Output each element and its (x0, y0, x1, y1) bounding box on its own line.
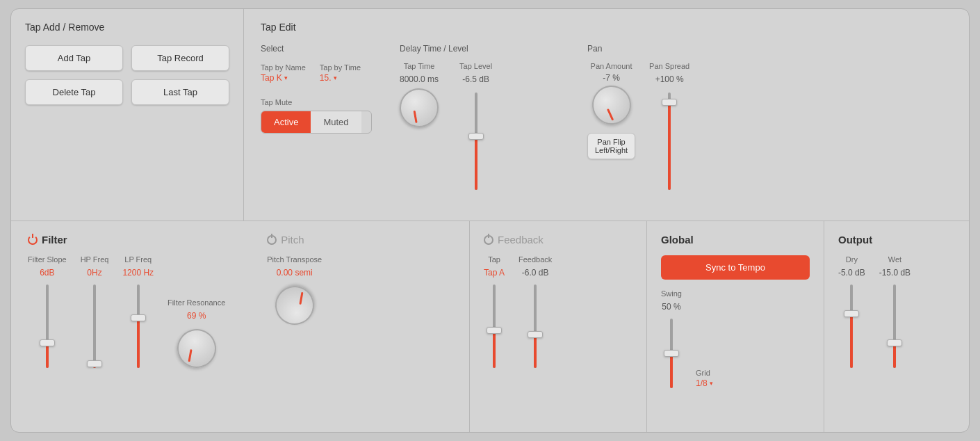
muted-toggle-button[interactable]: Muted (311, 111, 361, 133)
pan-spread-slider-thumb[interactable] (662, 99, 677, 106)
filter-resonance-knob[interactable] (170, 322, 222, 375)
feedback-panel: Feedback Tap Tap A Feedback -6.0 dB (470, 221, 647, 432)
delete-tap-button[interactable]: Delete Tap (25, 79, 123, 105)
wet-control: Wet -15.0 dB (879, 255, 910, 368)
swing-label: Swing (661, 289, 682, 298)
select-label: Select (261, 44, 372, 54)
tap-by-time-field: Tap by Time 15. ▾ (320, 63, 361, 83)
pitch-transpose-value: 0.00 semi (277, 268, 313, 278)
wet-track[interactable] (893, 284, 896, 368)
tap-level-slider-thumb[interactable] (468, 133, 484, 140)
active-toggle-button[interactable]: Active (261, 111, 311, 133)
pitch-title: Pitch (281, 234, 304, 246)
tap-by-time-value[interactable]: 15. ▾ (320, 73, 361, 83)
pan-amount-knob[interactable] (590, 84, 632, 127)
lp-freq-thumb[interactable] (131, 314, 146, 321)
tap-add-remove-panel: Tap Add / Remove Add Tap Tap Record Dele… (11, 9, 244, 220)
swing-value: 50 % (662, 302, 680, 312)
filter-slope-value: 6dB (40, 268, 54, 278)
pitch-transpose-label: Pitch Transpose (267, 255, 322, 264)
last-tap-button[interactable]: Last Tap (131, 79, 229, 105)
delay-time-level-label: Delay Time / Level (400, 44, 560, 54)
hp-freq-label: HP Freq (81, 255, 109, 264)
hp-freq-thumb[interactable] (87, 360, 102, 367)
filter-slope-track[interactable] (46, 284, 49, 368)
output-controls: Dry -5.0 dB Wet -15.0 dB (838, 255, 955, 368)
tap-by-time-arrow: ▾ (334, 74, 337, 81)
tap-mute-toggle: Active Muted (261, 111, 372, 134)
tap-record-button[interactable]: Tap Record (131, 45, 229, 71)
filter-pitch-panel: Filter Filter Slope 6dB HP Freq (11, 221, 470, 432)
tap-by-time-label: Tap by Time (320, 63, 361, 72)
tap-time-knob[interactable] (397, 86, 442, 131)
dry-track[interactable] (850, 284, 853, 368)
tap-by-name-arrow: ▾ (284, 74, 288, 81)
pan-spread-label: Pan Spread (649, 62, 689, 70)
feedback-tap-track[interactable] (493, 284, 496, 368)
pan-spread-value: +100 % (655, 74, 684, 84)
pan-amount-value: -7 % (603, 73, 620, 83)
global-panel: Global Sync to Tempo Swing 50 % Grid (647, 221, 824, 432)
lp-freq-label: LP Freq (124, 255, 152, 264)
grid-label: Grid (696, 369, 713, 377)
wet-label: Wet (888, 255, 901, 264)
dry-thumb[interactable] (844, 310, 859, 317)
tap-edit-content: Select Tap by Name Tap K ▾ Tap by Time (261, 44, 952, 190)
swing-thumb[interactable] (664, 350, 679, 357)
filter-power-icon[interactable] (28, 235, 38, 245)
tap-by-name-value[interactable]: Tap K ▾ (261, 73, 306, 83)
output-title: Output (838, 234, 955, 246)
filter-resonance-label: Filter Resonance (168, 298, 225, 307)
tap-level-control: Tap Level -6.5 dB (459, 62, 492, 190)
feedback-tap-thumb[interactable] (487, 327, 502, 334)
filter-slope-label: Filter Slope (28, 255, 67, 264)
swing-control: Swing 50 % (661, 289, 682, 388)
hp-freq-track[interactable] (93, 284, 96, 368)
pan-spread-slider-track[interactable] (668, 93, 671, 190)
tap-level-value: -6.5 dB (462, 74, 489, 84)
lp-freq-control: LP Freq 1200 Hz (122, 255, 154, 368)
tap-time-label: Tap Time (404, 62, 435, 70)
grid-value[interactable]: 1/8 ▾ (696, 378, 713, 388)
pitch-controls: Pitch Transpose 0.00 semi (267, 255, 322, 325)
hp-freq-value: 0Hz (87, 268, 101, 278)
select-section: Select Tap by Name Tap K ▾ Tap by Time (261, 44, 372, 134)
feedback-level-value: -6.0 dB (522, 268, 549, 278)
sync-to-tempo-button[interactable]: Sync to Tempo (661, 255, 810, 280)
filter-title: Filter (42, 234, 67, 246)
swing-track[interactable] (670, 319, 673, 388)
feedback-label-label: Feedback (518, 255, 552, 264)
feedback-level-track[interactable] (534, 284, 537, 368)
pitch-power-icon[interactable] (267, 235, 277, 245)
tap-edit-panel: Tap Edit Select Tap by Name Tap K ▾ (244, 9, 969, 220)
grid-arrow: ▾ (710, 380, 713, 387)
dry-value: -5.0 dB (838, 268, 865, 278)
filter-slope-control: Filter Slope 6dB (28, 255, 67, 368)
add-tap-button[interactable]: Add Tap (25, 45, 123, 71)
dry-label: Dry (846, 255, 858, 264)
wet-thumb[interactable] (887, 339, 902, 346)
delay-section: Delay Time / Level Tap Time 8000.0 ms Ta… (400, 44, 560, 190)
feedback-level-thumb[interactable] (528, 331, 543, 338)
select-row: Tap by Name Tap K ▾ Tap by Time 15. ▾ (261, 63, 372, 83)
filter-slope-thumb[interactable] (40, 339, 55, 346)
pan-spread-control: Pan Spread +100 % (649, 62, 689, 190)
pan-section: Pan Pan Amount -7 % Pan Flip Left/Right … (587, 44, 740, 190)
lp-freq-track[interactable] (137, 284, 140, 368)
wet-value: -15.0 dB (879, 268, 910, 278)
pitch-transpose-knob[interactable] (268, 279, 320, 332)
tap-time-control: Tap Time 8000.0 ms (400, 62, 439, 127)
filter-header-row: Filter (28, 234, 225, 246)
pan-controls-row: Pan Amount -7 % Pan Flip Left/Right Pan … (587, 62, 740, 190)
grid-field: Grid 1/8 ▾ (696, 369, 713, 388)
filter-controls: Filter Slope 6dB HP Freq 0Hz (28, 255, 225, 368)
filter-subsection: Filter Filter Slope 6dB HP Freq (28, 234, 225, 368)
hp-freq-control: HP Freq 0Hz (81, 255, 109, 368)
pitch-transpose-control: Pitch Transpose 0.00 semi (267, 255, 322, 325)
tap-level-slider-track[interactable] (475, 93, 477, 190)
pan-amount-label: Pan Amount (591, 62, 632, 70)
delay-controls-row: Tap Time 8000.0 ms Tap Level -6.5 dB (400, 62, 560, 190)
pan-flip-button[interactable]: Pan Flip Left/Right (587, 133, 635, 159)
feedback-power-icon[interactable] (484, 235, 493, 245)
tap-edit-title: Tap Edit (261, 22, 952, 33)
